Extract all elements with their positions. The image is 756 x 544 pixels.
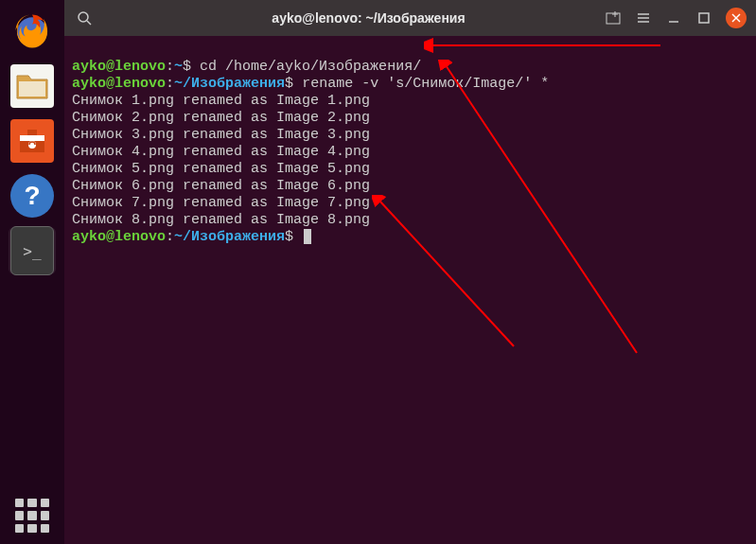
output-line: Снимок 8.png renamed as Image 8.png xyxy=(72,212,370,228)
launcher-software[interactable] xyxy=(9,117,56,165)
output-line: Снимок 5.png renamed as Image 5.png xyxy=(72,161,370,177)
annotation-arrow-2 xyxy=(438,60,646,362)
output-line: Снимок 1.png renamed as Image 1.png xyxy=(72,93,370,109)
annotation-arrow-3 xyxy=(372,195,523,356)
terminal-window: ayko@lenovo: ~/Изображения ayko@lenovo:~… xyxy=(64,0,756,544)
window-title: ayko@lenovo: ~/Изображения xyxy=(132,10,605,26)
command-1: cd /home/ayko/Изображения/ xyxy=(200,59,421,75)
show-applications-icon[interactable] xyxy=(15,499,49,533)
maximize-icon[interactable] xyxy=(695,9,712,26)
firefox-icon xyxy=(10,9,54,53)
prompt-user: ayko@lenovo xyxy=(72,229,166,245)
svg-line-22 xyxy=(379,201,514,346)
svg-point-5 xyxy=(79,12,88,22)
annotation-arrow-1 xyxy=(424,36,670,53)
help-icon: ? xyxy=(10,174,54,218)
svg-line-20 xyxy=(446,65,637,353)
svg-rect-1 xyxy=(19,81,45,97)
terminal-output[interactable]: ayko@lenovo:~$ cd /home/ayko/Изображения… xyxy=(64,36,756,544)
output-line: Снимок 2.png renamed as Image 2.png xyxy=(72,110,370,126)
launcher-files[interactable] xyxy=(9,62,56,110)
svg-line-6 xyxy=(87,21,91,25)
prompt-path: /Изображения xyxy=(183,229,285,245)
launcher-firefox[interactable] xyxy=(9,8,56,55)
launcher-terminal[interactable]: >_ xyxy=(9,227,56,274)
prompt-user: ayko@lenovo xyxy=(72,59,166,75)
files-icon xyxy=(10,64,54,108)
hamburger-menu-icon[interactable] xyxy=(635,9,652,26)
svg-rect-7 xyxy=(607,13,620,24)
command-2: rename -v 's/Снимок/Image/' * xyxy=(302,76,549,92)
svg-rect-14 xyxy=(699,13,709,23)
output-line: Снимок 7.png renamed as Image 7.png xyxy=(72,195,370,211)
cursor xyxy=(304,229,311,244)
launcher-help[interactable]: ? xyxy=(9,172,56,219)
prompt-path: ~ xyxy=(174,59,183,75)
output-line: Снимок 6.png renamed as Image 6.png xyxy=(72,178,370,194)
search-icon[interactable] xyxy=(74,8,95,28)
window-controls xyxy=(605,8,747,28)
output-line: Снимок 3.png renamed as Image 3.png xyxy=(72,127,370,143)
launcher: ? >_ xyxy=(0,0,64,544)
minimize-icon[interactable] xyxy=(665,9,682,26)
software-icon xyxy=(10,119,54,163)
prompt-path: /Изображения xyxy=(183,76,285,92)
terminal-icon: >_ xyxy=(10,226,54,275)
output-line: Снимок 4.png renamed as Image 4.png xyxy=(72,144,370,160)
titlebar[interactable]: ayko@lenovo: ~/Изображения xyxy=(64,0,756,36)
close-icon[interactable] xyxy=(726,8,747,28)
new-tab-icon[interactable] xyxy=(605,9,622,26)
svg-rect-3 xyxy=(20,135,44,141)
prompt-user: ayko@lenovo xyxy=(72,76,166,92)
